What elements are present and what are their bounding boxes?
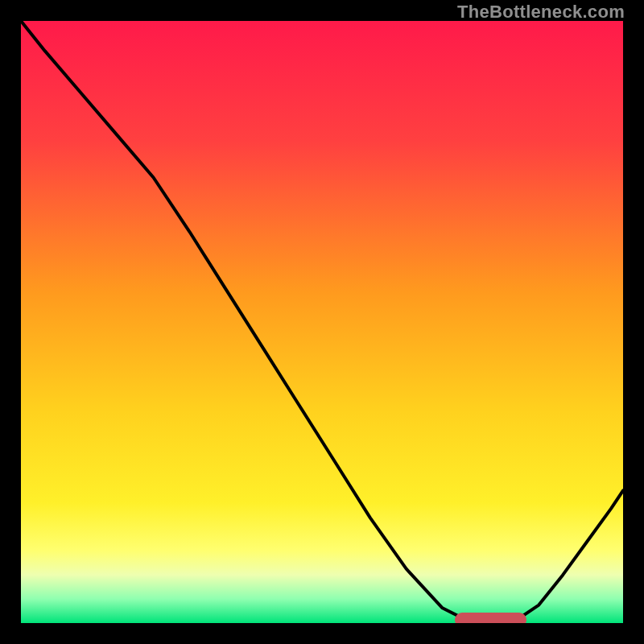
chart-frame: TheBottleneck.com — [0, 0, 644, 644]
watermark-text: TheBottleneck.com — [457, 2, 625, 23]
bottleneck-curve — [21, 21, 623, 623]
plot-area — [21, 21, 623, 623]
optimal-range-marker — [455, 613, 527, 624]
